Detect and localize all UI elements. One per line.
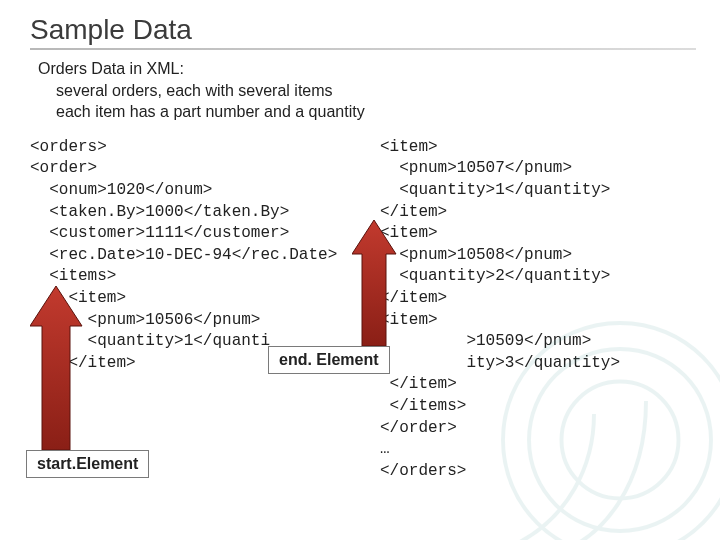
svg-marker-1	[352, 220, 396, 346]
page-title: Sample Data	[30, 14, 696, 46]
callout-end-element: end. Element	[268, 346, 390, 374]
intro-block: Orders Data in XML: several orders, each…	[38, 58, 696, 123]
title-rule	[30, 48, 696, 50]
code-right: <item> <pnum>10507</pnum> <quantity>1</q…	[380, 137, 696, 483]
callout-start-element: start.Element	[26, 450, 149, 478]
intro-line-3: each item has a part number and a quanti…	[38, 101, 696, 123]
slide: Sample Data Orders Data in XML: several …	[0, 0, 720, 540]
arrow-end-element	[352, 220, 412, 350]
arrow-start-element	[30, 286, 100, 454]
intro-line-1: Orders Data in XML:	[38, 58, 696, 80]
svg-marker-0	[30, 286, 82, 450]
intro-line-2: several orders, each with several items	[38, 80, 696, 102]
